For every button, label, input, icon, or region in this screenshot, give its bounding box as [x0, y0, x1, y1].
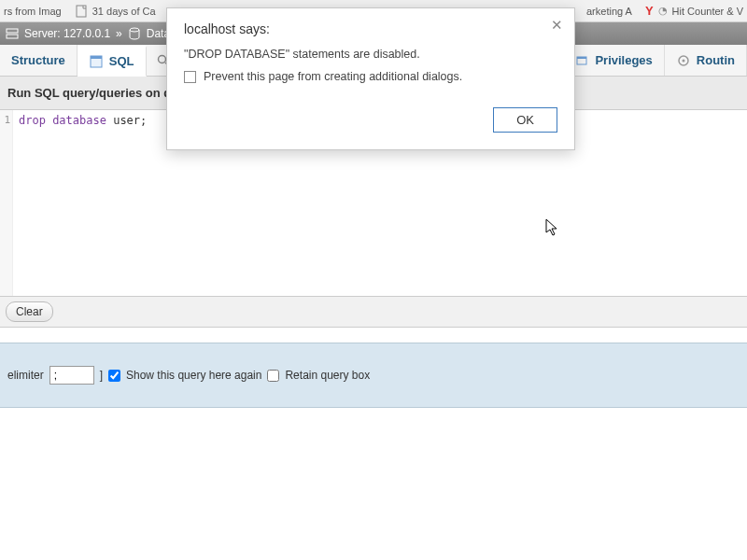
show-again-checkbox[interactable]: [108, 370, 120, 382]
ok-button[interactable]: OK: [493, 107, 557, 133]
svg-rect-5: [91, 56, 102, 59]
app-icon: Y: [645, 4, 654, 18]
page-title-text: Run SQL query/queries on da: [7, 86, 178, 100]
tab-label: Structure: [11, 53, 65, 67]
browser-tab[interactable]: 31 days of Ca: [75, 5, 156, 18]
routines-icon: [676, 53, 691, 68]
privileges-icon: [574, 53, 589, 68]
server-icon: [6, 27, 19, 40]
delimiter-input[interactable]: [49, 366, 94, 385]
svg-rect-1: [7, 29, 18, 33]
breadcrumb-separator: »: [116, 27, 122, 40]
tab-label: arketing A: [586, 6, 632, 17]
delimiter-label: elimiter: [7, 369, 44, 382]
dialog-title: localhost says:: [184, 21, 557, 36]
tab-routines[interactable]: Routin: [665, 45, 747, 76]
tab-label: Hit Counter & V: [672, 6, 743, 17]
line-number: 1: [0, 114, 10, 126]
bracket: ]: [100, 369, 103, 382]
tab-label: Privileges: [595, 53, 652, 67]
line-gutter: 1: [0, 110, 13, 296]
prevent-dialogs-option[interactable]: Prevent this page from creating addition…: [184, 70, 557, 83]
svg-point-6: [158, 55, 165, 63]
sql-identifier: user: [113, 114, 140, 127]
prevent-dialogs-label: Prevent this page from creating addition…: [204, 70, 462, 83]
browser-tab[interactable]: rs from Imag: [4, 6, 62, 17]
tab-label: Routin: [697, 53, 735, 67]
sql-terminator: ;: [140, 114, 147, 127]
delimiter-bar: elimiter ] Show this query here again Re…: [0, 343, 747, 408]
tab-privileges[interactable]: Privileges: [563, 45, 664, 76]
tab-sql[interactable]: SQL: [78, 46, 147, 77]
dialog-message: "DROP DATABASE" statements are disabled.: [184, 48, 557, 61]
sql-keyword: database: [52, 114, 106, 127]
page-icon: [75, 5, 88, 18]
tab-structure[interactable]: Structure: [0, 45, 78, 76]
close-icon[interactable]: ✕: [551, 18, 563, 32]
retain-checkbox[interactable]: [267, 370, 279, 382]
tab-label: 31 days of Ca: [92, 6, 156, 17]
svg-point-11: [682, 59, 684, 62]
clear-button[interactable]: Clear: [6, 301, 53, 322]
tab-label: rs from Imag: [4, 6, 62, 17]
alert-dialog: ✕ localhost says: "DROP DATABASE" statem…: [166, 7, 575, 150]
svg-rect-2: [7, 35, 18, 38]
svg-point-3: [130, 28, 139, 32]
svg-rect-9: [577, 57, 586, 59]
tab-label: SQL: [109, 54, 134, 68]
database-icon: [128, 27, 141, 40]
browser-tab[interactable]: arketing A: [586, 6, 632, 17]
checkbox-icon[interactable]: [184, 71, 196, 83]
show-again-label: Show this query here again: [126, 369, 261, 382]
sql-icon: [89, 54, 104, 69]
server-label[interactable]: Server: 127.0.0.1: [24, 27, 110, 40]
clock-icon: ◔: [658, 5, 668, 17]
retain-label: Retain query box: [285, 369, 370, 382]
editor-toolbar: Clear: [0, 297, 747, 328]
sql-keyword: drop: [19, 114, 46, 127]
browser-tab[interactable]: Y ◔ Hit Counter & V: [645, 4, 743, 18]
dialog-actions: OK: [184, 107, 557, 133]
svg-rect-0: [77, 6, 86, 17]
